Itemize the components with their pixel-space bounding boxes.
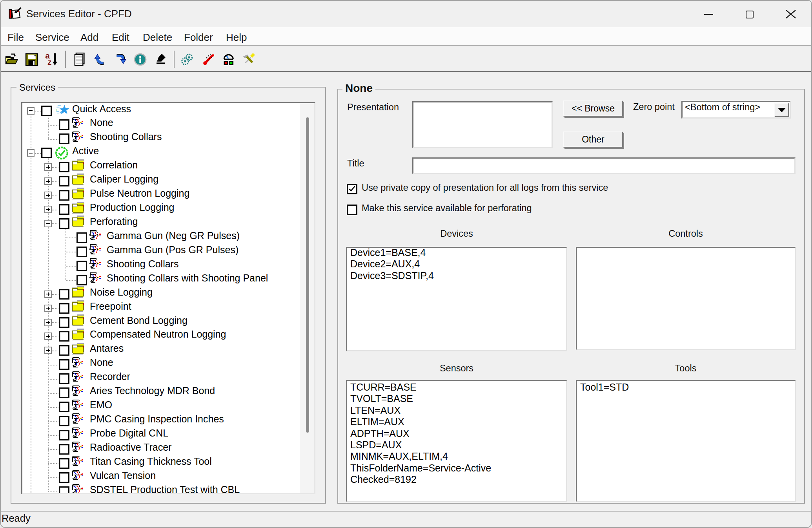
svg-text:z: z [47,57,51,66]
